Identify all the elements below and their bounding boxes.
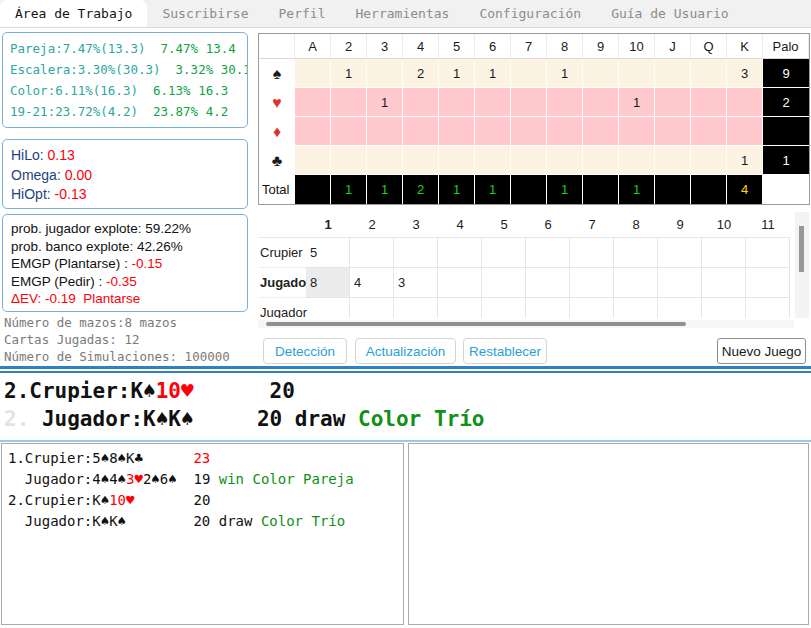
hand-cell[interactable] bbox=[658, 268, 702, 298]
count-systems-panel: HiLo: 0.13Omega: 0.00HiOpt: -0.13 bbox=[2, 139, 248, 209]
column-header-11: 11 bbox=[746, 212, 790, 238]
column-header-4: 4 bbox=[438, 212, 482, 238]
count-cell-spade bbox=[295, 59, 331, 88]
column-header-9: 9 bbox=[583, 34, 619, 59]
total-label: Total bbox=[259, 175, 295, 204]
text-line: HiLo: 0.13 bbox=[11, 146, 239, 166]
hand-cell[interactable] bbox=[746, 298, 790, 318]
hand-cell[interactable] bbox=[702, 298, 746, 318]
hand-cell[interactable] bbox=[526, 238, 570, 268]
text-segment: Omega: bbox=[11, 167, 65, 183]
ev-panel: prob. jugador explote: 59.22%prob. banco… bbox=[2, 214, 248, 312]
text-segment: prob. jugador explote: 59.22% bbox=[11, 221, 191, 236]
horizontal-scrollbar-thumb[interactable] bbox=[266, 322, 686, 326]
count-cell-heart bbox=[295, 88, 331, 117]
column-header-10: 10 bbox=[619, 34, 655, 59]
text-line: EMGP (Plantarse) : -0.15 bbox=[11, 255, 239, 273]
hand-cell[interactable] bbox=[570, 268, 614, 298]
count-cell-diamond bbox=[331, 117, 367, 146]
hand-cell[interactable] bbox=[482, 238, 526, 268]
tab-suscribirse[interactable]: Suscribirse bbox=[147, 0, 263, 27]
text-line: Número de mazos:8 mazos bbox=[4, 314, 230, 331]
hand-cell[interactable]: 8 bbox=[306, 268, 350, 298]
text-segment: 1.Crupier:5♠8♠K♣ bbox=[8, 450, 143, 466]
text-segment: HiOpt: bbox=[11, 186, 55, 202]
count-cell-club bbox=[655, 146, 691, 175]
count-cell-heart bbox=[331, 88, 367, 117]
hand-cell[interactable]: 4 bbox=[350, 268, 394, 298]
tab-area-de-trabajo[interactable]: Área de Trabajo bbox=[0, 0, 147, 27]
count-cell-club bbox=[367, 146, 403, 175]
detection-button[interactable]: Detección bbox=[263, 338, 347, 364]
count-cell-heart: 1 bbox=[367, 88, 403, 117]
vertical-scrollbar-thumb[interactable] bbox=[799, 226, 804, 272]
column-header-3: 3 bbox=[367, 34, 403, 59]
text-line: Cartas Jugadas: 12 bbox=[4, 331, 230, 348]
row-label-jugador-2: Jugador bbox=[258, 298, 306, 318]
new-game-button[interactable]: Nuevo Juego bbox=[717, 338, 806, 364]
total-cell bbox=[295, 175, 331, 204]
simulation-info: Número de mazos:8 mazosCartas Jugadas: 1… bbox=[4, 314, 230, 365]
tab-herramientas[interactable]: Herramientas bbox=[340, 0, 464, 27]
hand-cell[interactable] bbox=[350, 238, 394, 268]
empty-log-panel[interactable] bbox=[408, 443, 809, 625]
hand-cell[interactable] bbox=[614, 238, 658, 268]
hand-cell[interactable] bbox=[570, 298, 614, 318]
reset-button[interactable]: Restablecer bbox=[463, 338, 547, 364]
text-segment: 2.Crupier:K♠ bbox=[8, 492, 109, 508]
hand-cell[interactable] bbox=[482, 298, 526, 318]
text-segment: Pareja:7.47%(13.3) bbox=[10, 41, 145, 56]
update-button[interactable]: Actualización bbox=[355, 338, 456, 364]
count-cell-diamond bbox=[403, 117, 439, 146]
hand-cell[interactable] bbox=[526, 268, 570, 298]
hand-cell[interactable]: 3 bbox=[394, 268, 438, 298]
hands-table-horizontal-scrollbar[interactable] bbox=[258, 320, 794, 328]
total-cell bbox=[511, 175, 547, 204]
hand-cell[interactable] bbox=[614, 268, 658, 298]
hand-cell[interactable] bbox=[526, 298, 570, 318]
text-segment: 2. bbox=[4, 407, 29, 431]
column-header-6: 6 bbox=[526, 212, 570, 238]
palo-count-club: 1 bbox=[763, 146, 809, 175]
hand-cell[interactable] bbox=[702, 238, 746, 268]
hand-cell[interactable] bbox=[394, 238, 438, 268]
hand-cell[interactable] bbox=[306, 298, 350, 318]
hand-cell[interactable] bbox=[746, 238, 790, 268]
hand-cell[interactable] bbox=[570, 238, 614, 268]
hand-cell[interactable] bbox=[658, 298, 702, 318]
current-round-display: 2.Crupier:K♠10♥ 202. Jugador:K♠K♠ 20 dra… bbox=[4, 377, 808, 437]
count-cell-diamond bbox=[583, 117, 619, 146]
text-line: Omega: 0.00 bbox=[11, 166, 239, 186]
hands-table-vertical-scrollbar[interactable] bbox=[795, 212, 809, 318]
tab-perfil[interactable]: Perfil bbox=[264, 0, 341, 27]
column-header-1: 1 bbox=[306, 212, 350, 238]
hand-cell[interactable] bbox=[350, 298, 394, 318]
count-cell-spade: 1 bbox=[439, 59, 475, 88]
count-cell-spade: 1 bbox=[547, 59, 583, 88]
hand-cell[interactable] bbox=[438, 298, 482, 318]
hand-cell[interactable] bbox=[702, 268, 746, 298]
hand-cell[interactable] bbox=[746, 268, 790, 298]
palo-count-heart: 2 bbox=[763, 88, 809, 117]
row-label-jugador-1: Jugador bbox=[258, 268, 306, 298]
count-cell-heart: 1 bbox=[619, 88, 655, 117]
hand-cell[interactable] bbox=[614, 298, 658, 318]
count-cell-diamond bbox=[367, 117, 403, 146]
hand-cell[interactable] bbox=[482, 268, 526, 298]
hand-cell[interactable] bbox=[438, 268, 482, 298]
text-segment: 20 bbox=[194, 379, 295, 403]
count-cell-diamond bbox=[295, 117, 331, 146]
history-log[interactable]: 1.Crupier:5♠8♠K♣ 23 Jugador:4♠4♠3♥2♠6♠ 1… bbox=[1, 443, 404, 625]
text-segment: 3.32% 30.1 bbox=[161, 62, 248, 77]
tab-configuracion[interactable]: Configuración bbox=[464, 0, 596, 27]
tab-guia-de-usuario[interactable]: Guía de Usuario bbox=[596, 0, 743, 27]
total-cell: 1 bbox=[331, 175, 367, 204]
column-header-8: 8 bbox=[614, 212, 658, 238]
hand-cell[interactable]: 5 bbox=[306, 238, 350, 268]
text-line: EMGP (Pedir) : -0.35 bbox=[11, 273, 239, 291]
hand-cell[interactable] bbox=[394, 298, 438, 318]
hand-cell[interactable] bbox=[438, 238, 482, 268]
hand-cell[interactable] bbox=[658, 238, 702, 268]
diamond-icon: ♦ bbox=[259, 117, 295, 146]
total-cell bbox=[691, 175, 727, 204]
